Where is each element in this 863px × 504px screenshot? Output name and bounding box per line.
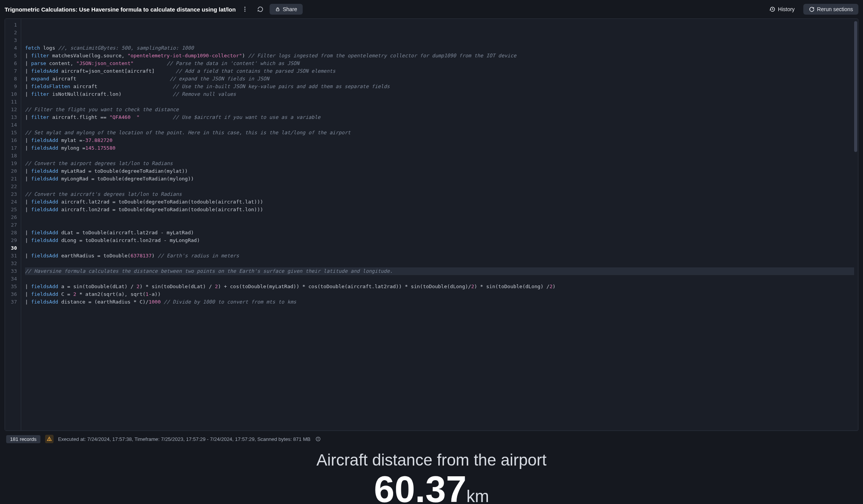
rerun-icon: [809, 6, 815, 12]
code-line[interactable]: [25, 152, 854, 160]
warning-badge[interactable]: [45, 435, 54, 443]
code-line[interactable]: | filter aircraft.flight == "QFA460 " //…: [25, 113, 854, 121]
code-line[interactable]: // Set mylat and mylong of the location …: [25, 129, 854, 137]
status-bar: 181 records Executed at: 7/24/2024, 17:5…: [0, 431, 863, 447]
code-line[interactable]: | fieldsAdd mylong =145.175580: [25, 144, 854, 152]
code-line[interactable]: [25, 306, 854, 314]
code-line[interactable]: [25, 221, 854, 229]
code-line[interactable]: [25, 244, 854, 252]
topbar: Trignometric Calculations: Use Haversine…: [0, 0, 863, 18]
code-line[interactable]: [25, 214, 854, 221]
svg-rect-3: [276, 9, 279, 11]
history-label: History: [778, 6, 795, 12]
code-line[interactable]: | fieldsAdd aircraft.lon2rad = toDouble(…: [25, 206, 854, 214]
code-line[interactable]: // Haversine formula calculates the dist…: [25, 267, 854, 275]
records-badge: 181 records: [6, 435, 40, 443]
svg-point-1: [245, 9, 246, 10]
line-gutter: 1234567891011121314151617181920212223242…: [5, 19, 21, 431]
code-line[interactable]: | fieldsAdd dLong = toDouble(aircraft.lo…: [25, 237, 854, 244]
history-icon: [769, 6, 776, 12]
code-line[interactable]: | fieldsAdd earthRadius = toDouble(63781…: [25, 252, 854, 260]
lock-icon: [275, 7, 280, 12]
info-button[interactable]: [315, 436, 321, 442]
code-line[interactable]: [25, 121, 854, 129]
code-line[interactable]: | fieldsFlatten aircraft // Use the in-b…: [25, 83, 854, 90]
code-line[interactable]: | filter isNotNull(aircraft.lon) // Remo…: [25, 90, 854, 98]
svg-point-0: [245, 7, 246, 8]
code-line[interactable]: [25, 183, 854, 190]
share-button[interactable]: Share: [270, 4, 302, 15]
code-area[interactable]: fetch logs //, scanLimitGBytes: 500, sam…: [21, 19, 858, 431]
code-line[interactable]: | expand aircraft // expand the JSON fie…: [25, 75, 854, 83]
warning-icon: [47, 436, 52, 442]
code-line[interactable]: | fieldsAdd a = sin(toDouble(dLat) / 2) …: [25, 283, 854, 290]
code-line[interactable]: [25, 275, 854, 283]
svg-point-2: [245, 11, 246, 12]
code-line[interactable]: // Filter the flight you want to check t…: [25, 106, 854, 113]
execution-status: Executed at: 7/24/2024, 17:57:38, Timefr…: [58, 436, 311, 442]
svg-point-4: [49, 440, 49, 441]
code-line[interactable]: | fieldsAdd distance = (earthRadius * C)…: [25, 298, 854, 306]
menu-more-button[interactable]: [239, 3, 251, 15]
code-line[interactable]: | parse content, "JSON:json_content" // …: [25, 60, 854, 67]
rerun-button[interactable]: Rerun sections: [803, 4, 858, 15]
result-value: 60.37: [374, 469, 466, 504]
svg-point-6: [318, 438, 318, 438]
refresh-icon: [257, 6, 263, 12]
code-line[interactable]: | fieldsAdd aircraft=json_content[aircra…: [25, 67, 854, 75]
info-icon: [315, 436, 321, 442]
code-line[interactable]: | fieldsAdd C = 2 * atan2(sqrt(a), sqrt(…: [25, 290, 854, 298]
refresh-button[interactable]: [254, 3, 266, 15]
result-value-row: 60.37km: [0, 471, 863, 504]
result-panel: Aircraft distance from the airport 60.37…: [0, 447, 863, 504]
code-line[interactable]: [25, 260, 854, 267]
code-line[interactable]: // Convert the aircraft's degrees lat/lo…: [25, 190, 854, 198]
share-label: Share: [283, 6, 297, 12]
page-title: Trignometric Calculations: Use Haversine…: [5, 6, 236, 13]
code-editor[interactable]: 1234567891011121314151617181920212223242…: [5, 18, 858, 431]
code-line[interactable]: | fieldsAdd mylat =-37.882720: [25, 137, 854, 144]
code-line[interactable]: [25, 321, 854, 329]
scrollbar[interactable]: [854, 21, 857, 152]
code-line[interactable]: | fieldsAdd aircraft.lat2rad = toDouble(…: [25, 198, 854, 206]
result-unit: km: [466, 487, 489, 504]
kebab-icon: [242, 6, 248, 12]
code-line[interactable]: | fieldsAdd dLat = toDouble(aircraft.lat…: [25, 229, 854, 237]
code-line[interactable]: // Convert the airport degrees lat/lon t…: [25, 160, 854, 167]
code-line[interactable]: | fieldsAdd myLongRad = toDouble(degreeT…: [25, 175, 854, 183]
code-line[interactable]: [25, 314, 854, 321]
history-button[interactable]: History: [764, 4, 800, 15]
code-line[interactable]: | filter matchesValue(log.source, "opent…: [25, 52, 854, 60]
rerun-label: Rerun sections: [817, 6, 853, 12]
code-line[interactable]: [25, 98, 854, 106]
code-line[interactable]: | fieldsAdd myLatRad = toDouble(degreeTo…: [25, 167, 854, 175]
result-title: Aircraft distance from the airport: [0, 451, 863, 469]
code-line[interactable]: fetch logs //, scanLimitGBytes: 500, sam…: [25, 44, 854, 52]
